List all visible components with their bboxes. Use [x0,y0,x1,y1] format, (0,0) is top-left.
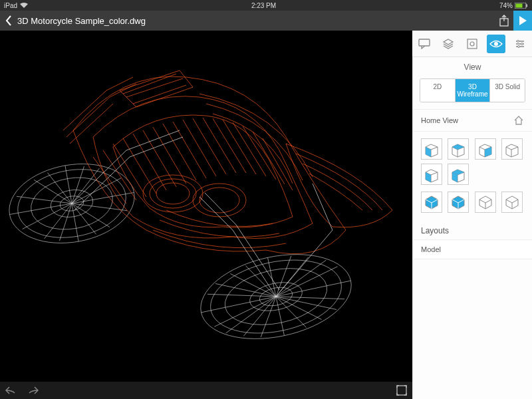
svg-rect-2 [527,4,528,7]
iso-views-grid [413,192,532,219]
layers-icon[interactable] [439,35,458,53]
svg-point-44 [518,45,520,47]
view-icon[interactable] [487,35,505,53]
device-label: iPad [4,2,17,9]
svg-point-42 [517,40,519,42]
iso-nw[interactable] [501,192,523,213]
battery-icon [515,3,528,9]
settings-icon[interactable] [511,35,529,53]
viewport-3d[interactable] [0,31,412,399]
svg-rect-1 [516,3,523,7]
svg-point-32 [143,175,203,212]
layouts-label: Layouts [413,219,532,239]
app-titlebar: 3D Motorcycle Sample_color.dwg [0,11,532,31]
wifi-icon [20,3,28,8]
properties-icon[interactable] [463,35,481,53]
view-mode-3d-solid[interactable]: 3D Solid [489,79,525,102]
svg-rect-37 [397,386,406,395]
layout-model[interactable]: Model [413,239,532,259]
view-bottom[interactable] [448,164,469,185]
view-mode-segmented: 2D 3D Wireframe 3D Solid [420,78,525,102]
iso-sw[interactable] [421,192,442,213]
home-view-label: Home View [421,116,458,124]
svg-rect-39 [467,39,477,49]
redo-button[interactable] [27,386,39,395]
svg-rect-38 [419,39,430,46]
undo-button[interactable] [5,386,17,395]
svg-point-34 [156,183,190,204]
view-mode-3d-wireframe[interactable]: 3D Wireframe [455,79,490,102]
view-front[interactable] [421,138,442,160]
viewport-footer [0,382,412,399]
fullscreen-button[interactable] [396,385,407,396]
tool-rail [412,31,532,57]
svg-point-41 [494,42,498,46]
clock: 2:23 PM [28,2,499,9]
svg-point-43 [521,43,523,45]
svg-point-36 [200,188,239,213]
panel-title: View [413,57,532,78]
back-button[interactable] [0,15,17,26]
share-button[interactable] [495,11,513,31]
battery-percent: 74% [499,2,513,9]
svg-point-33 [150,179,196,208]
home-icon [513,115,524,126]
document-title: 3D Motorcycle Sample_color.dwg [17,16,146,26]
home-view-row[interactable]: Home View [413,109,532,132]
view-left[interactable] [421,164,442,185]
iso-se[interactable] [448,192,469,213]
present-button[interactable] [513,11,532,31]
iso-ne[interactable] [475,192,496,213]
view-right[interactable] [475,138,496,160]
view-mode-2d[interactable]: 2D [420,79,455,102]
view-top[interactable] [448,138,469,160]
view-back[interactable] [501,138,523,160]
svg-point-40 [470,42,474,46]
ios-status-bar: iPad 2:23 PM 74% [0,0,532,11]
comment-icon[interactable] [415,35,434,53]
view-panel: View 2D 3D Wireframe 3D Solid Home View [412,57,532,399]
face-views-grid [413,132,532,192]
